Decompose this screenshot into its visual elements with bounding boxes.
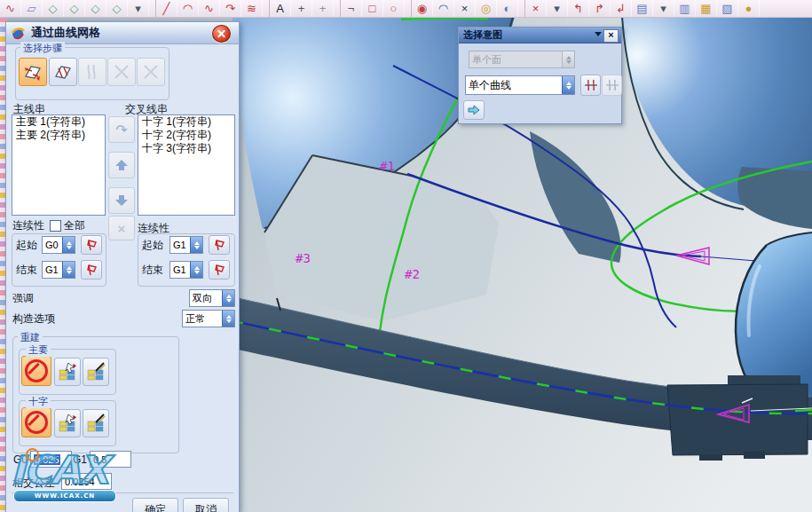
primary-start-select[interactable]: G0 xyxy=(42,236,75,254)
surface-icon-3[interactable]: ◇ xyxy=(85,0,106,17)
move-down-button[interactable] xyxy=(108,187,135,214)
trim-icon[interactable]: × xyxy=(454,0,476,17)
top-toolbar[interactable]: ∿▱◇◇◇◇▾╱◠∿↷≋A++¬□○◉◠×◎◐×▾↰↱↲▤▾▥▦▧● xyxy=(0,0,812,18)
flip-direction-button[interactable]: ↷ xyxy=(108,116,135,143)
polygon-icon[interactable]: ▱ xyxy=(21,0,43,17)
spline-icon[interactable]: ∿ xyxy=(0,0,21,17)
direction-flag-icon xyxy=(85,239,99,252)
primary-end-flag-button[interactable] xyxy=(81,260,102,280)
follow-fillet-button[interactable] xyxy=(602,75,622,96)
curve-rule-spinner[interactable] xyxy=(562,76,574,94)
divider[interactable] xyxy=(149,0,156,17)
step-extra-1-button[interactable] xyxy=(107,58,136,86)
continuity-all-checkbox[interactable] xyxy=(50,220,61,232)
curve-rule-value: 单个曲线 xyxy=(466,78,562,93)
corner-icon[interactable]: ¬ xyxy=(341,0,362,17)
half-shade-icon[interactable]: ◐ xyxy=(497,0,518,17)
gold-dot-icon[interactable]: ● xyxy=(738,0,760,17)
join-curve-icon-3[interactable]: ↲ xyxy=(611,0,632,17)
rectangle-icon[interactable]: □ xyxy=(362,0,383,17)
step-extra-2-button[interactable] xyxy=(137,58,165,86)
titlebar-dropdown-icon[interactable] xyxy=(595,32,602,36)
cross-start-flag-button[interactable] xyxy=(209,235,230,255)
point-set-icon[interactable]: + xyxy=(312,0,334,17)
cross-start-select[interactable]: G1 xyxy=(169,236,203,254)
prohibition-icon xyxy=(25,411,48,434)
cross-end-select[interactable]: G1 xyxy=(169,261,203,279)
step-primary-curves-button[interactable] xyxy=(19,58,47,86)
layers-icon[interactable]: ▧ xyxy=(717,0,738,17)
face-icon[interactable]: ◎ xyxy=(476,0,497,17)
divider[interactable] xyxy=(334,0,341,17)
move-up-button[interactable] xyxy=(108,152,135,178)
face-rule-value: 单个面 xyxy=(469,53,562,67)
list-item[interactable]: 十字 3(字符串) xyxy=(138,142,234,155)
grid-gold-icon[interactable]: ▦ xyxy=(696,0,717,17)
primary-start-flag-button[interactable] xyxy=(81,235,102,255)
rebuild-primary-manual-button[interactable] xyxy=(54,358,81,386)
line-icon[interactable]: ╱ xyxy=(156,0,177,17)
arc-blue-icon[interactable]: ◠ xyxy=(433,0,454,17)
emphasis-select[interactable]: 双向 xyxy=(189,289,235,307)
surface-icon-1[interactable]: ◇ xyxy=(43,0,64,17)
delete-x-icon: × xyxy=(118,221,126,236)
step-spine-button[interactable] xyxy=(78,58,106,86)
curve-rule-select[interactable]: 单个曲线 xyxy=(465,75,575,95)
sheet-icon[interactable]: ▤ xyxy=(632,0,653,17)
cross-strings-list[interactable]: 十字 1(字符串)十字 2(字符串)十字 3(字符串) xyxy=(138,114,235,216)
construction-spinner[interactable] xyxy=(222,311,234,327)
copy-sheet-icon[interactable]: ▥ xyxy=(674,0,696,17)
cross-end-flag-button[interactable] xyxy=(209,260,230,280)
list-item[interactable]: 主要 2(字符串) xyxy=(12,129,105,142)
list-item[interactable]: 主要 1(字符串) xyxy=(12,115,105,129)
primary-end-select[interactable]: G1 xyxy=(42,261,75,279)
list-item[interactable]: 十字 1(字符串) xyxy=(138,115,234,129)
offset-curve-icon[interactable]: ≋ xyxy=(241,0,263,17)
more-dropdown-icon[interactable]: ▾ xyxy=(128,0,149,17)
rebuild-cross-manual-button[interactable] xyxy=(54,409,81,437)
construction-value: 正常 xyxy=(183,312,222,326)
rebuild-primary-advanced-button[interactable] xyxy=(83,358,109,386)
emphasis-spinner[interactable] xyxy=(222,290,234,306)
cross-end-spinner[interactable] xyxy=(190,262,202,278)
circle-icon[interactable]: ○ xyxy=(383,0,405,17)
cross-start-spinner[interactable] xyxy=(190,237,202,253)
primary-continuity-label: 连续性 xyxy=(12,218,44,233)
studio-spline-icon[interactable]: ∿ xyxy=(199,0,220,17)
divider[interactable] xyxy=(263,0,270,17)
dropdown-3-icon[interactable]: ▾ xyxy=(653,0,674,17)
circle-point-icon[interactable]: ◉ xyxy=(412,0,433,17)
confirm-arrow-button[interactable] xyxy=(463,100,485,120)
primary-end-spinner[interactable] xyxy=(62,262,75,278)
down-arrow-icon xyxy=(115,195,128,206)
step-cross-curves-button[interactable] xyxy=(49,58,77,86)
primary-strings-list[interactable]: 主要 1(字符串)主要 2(字符串) xyxy=(12,114,106,216)
curve-label-1: #1 xyxy=(380,159,395,173)
watermark-text: ICAX xyxy=(11,451,107,490)
list-item[interactable]: 十字 2(字符串) xyxy=(138,129,234,142)
bridge-curve-icon[interactable]: ↷ xyxy=(220,0,241,17)
construction-select[interactable]: 正常 xyxy=(182,310,235,327)
text-icon[interactable]: A xyxy=(270,0,291,17)
rebuild-cross-advanced-button[interactable] xyxy=(83,409,109,437)
dialog-close-button[interactable] xyxy=(212,25,231,43)
point-icon[interactable]: + xyxy=(291,0,312,17)
remove-string-button[interactable]: × xyxy=(108,216,135,240)
ok-button[interactable]: 确定 xyxy=(132,498,178,512)
cancel-button[interactable]: 取消 xyxy=(183,498,229,512)
rebuild-primary-none-button[interactable] xyxy=(21,356,51,386)
dropdown-2-icon[interactable]: ▾ xyxy=(547,0,568,17)
rebuild-cross-none-button[interactable] xyxy=(21,407,51,437)
surface-icon-2[interactable]: ◇ xyxy=(64,0,85,17)
delete-icon[interactable]: × xyxy=(525,0,547,17)
divider[interactable] xyxy=(518,0,525,17)
join-curve-icon-2[interactable]: ↱ xyxy=(589,0,611,17)
arc-icon[interactable]: ◠ xyxy=(177,0,199,17)
surface-icon-4[interactable]: ◇ xyxy=(106,0,128,17)
divider[interactable] xyxy=(405,0,412,17)
primary-start-spinner[interactable] xyxy=(62,237,75,253)
watermark-banner: WWW.ICAX.CN xyxy=(13,490,116,502)
selection-intent-close-button[interactable]: × xyxy=(603,29,619,43)
join-curve-icon-1[interactable]: ↰ xyxy=(568,0,589,17)
stop-at-intersection-button[interactable] xyxy=(580,75,601,96)
